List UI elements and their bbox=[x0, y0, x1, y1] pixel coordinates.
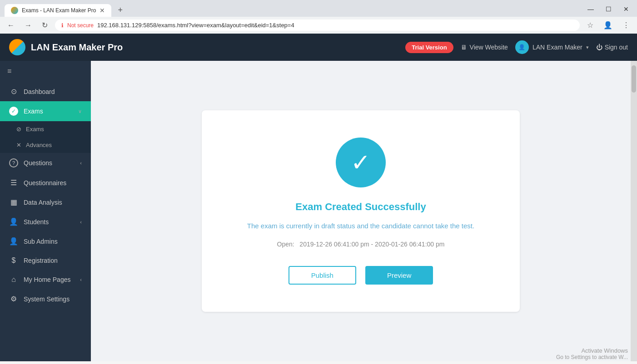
user-chevron-icon: ▾ bbox=[586, 44, 589, 50]
security-icon: ℹ bbox=[61, 22, 64, 29]
success-card: ✓ Exam Created Successfully The exam is … bbox=[202, 110, 520, 312]
activate-windows-watermark: Activate Windows Go to Settings to activ… bbox=[556, 347, 628, 360]
profile-btn[interactable]: 👤 bbox=[601, 20, 615, 31]
sidebar-item-label: Questions bbox=[24, 159, 75, 167]
sidebar-item-questions[interactable]: ? Questions ‹ bbox=[0, 153, 91, 173]
window-restore-btn[interactable]: ☐ bbox=[603, 5, 614, 14]
hamburger-icon: ≡ bbox=[7, 67, 11, 75]
sidebar-item-exams[interactable]: ✓ Exams ∨ bbox=[0, 101, 91, 121]
students-icon: 👤 bbox=[9, 217, 18, 226]
activate-windows-line1: Activate Windows bbox=[556, 347, 628, 354]
sidebar-sub-label: Advances bbox=[26, 142, 52, 148]
sidebar-item-system-settings[interactable]: ⚙ System Settings bbox=[0, 289, 91, 309]
sidebar-item-label: Questionnaires bbox=[24, 179, 82, 187]
dashboard-icon: ⊙ bbox=[9, 87, 18, 96]
user-avatar: 👤 bbox=[515, 40, 529, 54]
app-header: LAN Exam Maker Pro Trial Version 🖥 View … bbox=[0, 34, 637, 61]
questionnaires-icon: ☰ bbox=[9, 178, 18, 187]
scrollbar-thumb[interactable] bbox=[632, 65, 636, 93]
user-menu[interactable]: 👤 LAN Exam Maker ▾ bbox=[515, 40, 589, 54]
sidebar-item-registration[interactable]: $ Registration bbox=[0, 251, 91, 270]
sidebar-item-label: Students bbox=[24, 218, 75, 226]
advances-sub-icon: ✕ bbox=[16, 142, 21, 148]
sidebar-item-label: Sub Admins bbox=[24, 238, 82, 245]
tab-close-btn[interactable]: ✕ bbox=[100, 7, 105, 14]
exams-sub-menu: ⊘ Exams ✕ Advances bbox=[0, 121, 91, 153]
scrollbar-area[interactable] bbox=[631, 61, 637, 361]
exams-chevron-icon: ∨ bbox=[78, 108, 82, 114]
logo-icon bbox=[9, 39, 25, 55]
sidebar-item-students[interactable]: 👤 Students ‹ bbox=[0, 212, 91, 231]
sidebar-item-label: Registration bbox=[24, 257, 82, 264]
checkmark-icon: ✓ bbox=[351, 151, 371, 174]
view-website-link[interactable]: 🖥 View Website bbox=[461, 44, 508, 51]
success-subtitle: The exam is currently in draft status an… bbox=[247, 222, 474, 230]
window-close-btn[interactable]: ✕ bbox=[621, 5, 632, 14]
user-name: LAN Exam Maker bbox=[532, 44, 582, 51]
publish-button[interactable]: Publish bbox=[289, 266, 356, 285]
menu-btn[interactable]: ⋮ bbox=[620, 20, 632, 31]
window-minimize-btn[interactable]: — bbox=[585, 5, 597, 14]
success-icon-circle: ✓ bbox=[336, 138, 386, 187]
sub-admins-icon: 👤 bbox=[9, 237, 18, 246]
open-label: Open: bbox=[277, 241, 294, 248]
sidebar-item-data-analysis[interactable]: ▦ Data Analysis bbox=[0, 192, 91, 212]
exams-icon: ✓ bbox=[9, 107, 18, 116]
preview-button[interactable]: Preview bbox=[365, 266, 433, 285]
sidebar-item-label: System Settings bbox=[24, 295, 82, 303]
tab-title: Exams - LAN Exam Maker Pro bbox=[22, 7, 96, 14]
success-title: Exam Created Successfully bbox=[295, 201, 426, 213]
sign-out-icon: ⏻ bbox=[596, 44, 602, 51]
sidebar-sub-advances[interactable]: ✕ Advances bbox=[0, 137, 91, 153]
refresh-button[interactable]: ↻ bbox=[39, 20, 50, 30]
students-chevron-icon: ‹ bbox=[80, 219, 82, 225]
success-actions: Publish Preview bbox=[289, 266, 433, 285]
sidebar-sub-exams[interactable]: ⊘ Exams bbox=[0, 121, 91, 137]
sign-out-button[interactable]: ⏻ Sign out bbox=[596, 44, 628, 51]
open-dates: 2019-12-26 06:41:00 pm - 2020-01-26 06:4… bbox=[299, 241, 444, 248]
forward-button[interactable]: → bbox=[22, 20, 35, 30]
sidebar-item-dashboard[interactable]: ⊙ Dashboard bbox=[0, 82, 91, 101]
sidebar-item-label: Data Analysis bbox=[24, 199, 82, 206]
sidebar-item-sub-admins[interactable]: 👤 Sub Admins bbox=[0, 231, 91, 251]
exams-sub-icon: ⊘ bbox=[16, 126, 21, 133]
browser-tab[interactable]: Exams - LAN Exam Maker Pro ✕ bbox=[5, 4, 111, 17]
activate-windows-line2: Go to Settings to activate W... bbox=[556, 354, 628, 360]
not-secure-label: Not secure bbox=[67, 22, 94, 29]
my-home-pages-chevron-icon: ‹ bbox=[80, 277, 82, 282]
hamburger-menu[interactable]: ≡ bbox=[0, 61, 91, 82]
trial-badge: Trial Version bbox=[405, 42, 453, 53]
monitor-icon: 🖥 bbox=[461, 44, 467, 51]
sidebar-item-label: My Home Pages bbox=[24, 276, 75, 283]
data-analysis-icon: ▦ bbox=[9, 198, 18, 207]
new-tab-button[interactable]: + bbox=[114, 4, 126, 17]
sidebar-item-label: Dashboard bbox=[24, 88, 82, 95]
sidebar-item-my-home-pages[interactable]: ⌂ My Home Pages ‹ bbox=[0, 270, 91, 289]
view-website-label: View Website bbox=[470, 44, 508, 51]
sidebar-item-questionnaires[interactable]: ☰ Questionnaires bbox=[0, 173, 91, 192]
url-text: 192.168.131.129:5858/exams.html?view=exa… bbox=[97, 22, 294, 29]
app-logo: LAN Exam Maker Pro bbox=[9, 39, 123, 55]
back-button[interactable]: ← bbox=[5, 20, 17, 30]
tab-favicon bbox=[11, 7, 18, 14]
success-date: Open: 2019-12-26 06:41:00 pm - 2020-01-2… bbox=[277, 241, 445, 248]
sidebar: ≡ ⊙ Dashboard ✓ Exams ∨ ⊘ Exams bbox=[0, 61, 91, 361]
system-settings-icon: ⚙ bbox=[9, 295, 18, 303]
questions-chevron-icon: ‹ bbox=[80, 160, 82, 166]
app-title: LAN Exam Maker Pro bbox=[31, 42, 123, 53]
registration-icon: $ bbox=[9, 256, 18, 265]
my-home-pages-icon: ⌂ bbox=[9, 275, 18, 284]
bookmark-btn[interactable]: ☆ bbox=[584, 20, 596, 31]
sign-out-label: Sign out bbox=[605, 44, 628, 51]
questions-icon: ? bbox=[9, 158, 18, 167]
address-bar[interactable]: ℹ Not secure 192.168.131.129:5858/exams.… bbox=[55, 20, 580, 31]
content-area: ✓ Exam Created Successfully The exam is … bbox=[91, 61, 631, 361]
sidebar-sub-label: Exams bbox=[26, 126, 44, 133]
sidebar-item-label: Exams bbox=[24, 108, 73, 115]
